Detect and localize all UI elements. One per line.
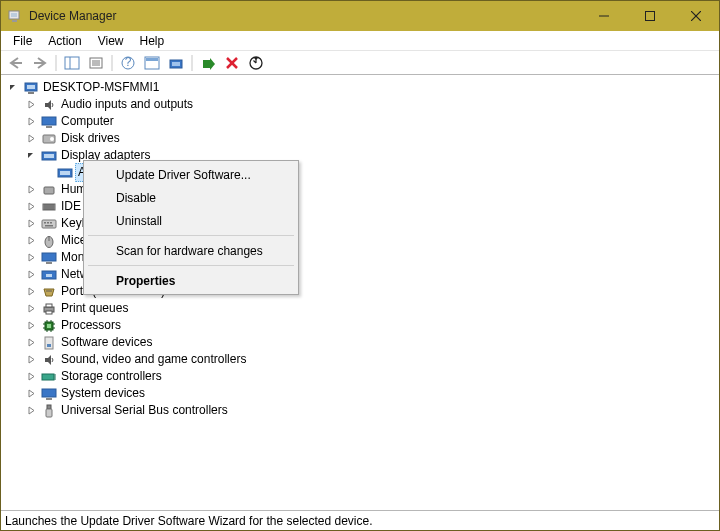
update-driver-button[interactable] xyxy=(165,52,187,74)
toolbar: ? xyxy=(1,51,719,75)
computer-icon xyxy=(21,81,41,95)
uninstall-button[interactable] xyxy=(221,52,243,74)
close-button[interactable] xyxy=(673,1,719,31)
tree-item-processors[interactable]: Processors xyxy=(3,317,717,334)
minimize-button[interactable] xyxy=(581,1,627,31)
ctx-label: Disable xyxy=(116,191,156,205)
tree-root[interactable]: DESKTOP-MSFMMI1 xyxy=(3,79,717,96)
collapse-icon[interactable] xyxy=(23,151,39,161)
tree-item-disk[interactable]: Disk drives xyxy=(3,130,717,147)
ide-icon xyxy=(39,202,59,212)
monitor-icon xyxy=(39,116,59,128)
separator xyxy=(88,235,294,236)
svg-point-34 xyxy=(50,137,54,141)
menu-action[interactable]: Action xyxy=(40,32,89,50)
collapse-icon[interactable] xyxy=(5,83,21,93)
back-button[interactable] xyxy=(5,52,27,74)
expand-icon[interactable] xyxy=(23,202,39,211)
tree-label: Software devices xyxy=(59,334,154,351)
enable-button[interactable] xyxy=(197,52,219,74)
status-bar: Launches the Update Driver Software Wiza… xyxy=(1,510,719,530)
storage-icon xyxy=(39,371,59,383)
expand-icon[interactable] xyxy=(23,389,39,398)
maximize-button[interactable] xyxy=(627,1,673,31)
tree-label: Sound, video and game controllers xyxy=(59,351,248,368)
expand-icon[interactable] xyxy=(23,321,39,330)
scan-hardware-button[interactable] xyxy=(245,52,267,74)
svg-rect-29 xyxy=(27,85,35,89)
ctx-uninstall[interactable]: Uninstall xyxy=(86,209,296,232)
expand-icon[interactable] xyxy=(23,355,39,364)
ctx-label: Scan for hardware changes xyxy=(116,244,263,258)
tree-label: Print queues xyxy=(59,300,130,317)
ctx-disable[interactable]: Disable xyxy=(86,186,296,209)
svg-rect-20 xyxy=(146,58,158,61)
menu-view[interactable]: View xyxy=(90,32,132,50)
tree-item-computer[interactable]: Computer xyxy=(3,113,717,130)
tree-item-sound[interactable]: Sound, video and game controllers xyxy=(3,351,717,368)
usb-icon xyxy=(39,404,59,418)
svg-rect-61 xyxy=(46,304,52,307)
show-hide-tree-button[interactable] xyxy=(61,52,83,74)
ctx-label: Uninstall xyxy=(116,214,162,228)
svg-rect-30 xyxy=(28,92,34,94)
svg-rect-49 xyxy=(50,222,52,224)
svg-rect-39 xyxy=(44,187,54,194)
tree-item-storage[interactable]: Storage controllers xyxy=(3,368,717,385)
ctx-update-driver[interactable]: Update Driver Software... xyxy=(86,163,296,186)
expand-icon[interactable] xyxy=(23,236,39,245)
system-icon xyxy=(39,388,59,400)
svg-rect-53 xyxy=(42,253,56,261)
svg-rect-62 xyxy=(46,311,52,314)
menu-file[interactable]: File xyxy=(5,32,40,50)
svg-rect-54 xyxy=(46,262,52,264)
tree-label: Computer xyxy=(59,113,116,130)
ctx-properties[interactable]: Properties xyxy=(86,269,296,292)
svg-rect-79 xyxy=(42,389,56,397)
view-button[interactable] xyxy=(141,52,163,74)
menu-help[interactable]: Help xyxy=(132,32,173,50)
properties-button[interactable] xyxy=(85,52,107,74)
expand-icon[interactable] xyxy=(23,406,39,415)
tree-item-usb[interactable]: Universal Serial Bus controllers xyxy=(3,402,717,419)
tree-item-audio[interactable]: Audio inputs and outputs xyxy=(3,96,717,113)
ctx-label: Update Driver Software... xyxy=(116,168,251,182)
tree-label: Disk drives xyxy=(59,130,122,147)
svg-rect-38 xyxy=(60,171,70,175)
forward-button[interactable] xyxy=(29,52,51,74)
help-button[interactable]: ? xyxy=(117,52,139,74)
expand-icon[interactable] xyxy=(23,134,39,143)
expand-icon[interactable] xyxy=(23,338,39,347)
hid-icon xyxy=(39,184,59,196)
svg-point-57 xyxy=(46,290,48,292)
expand-icon[interactable] xyxy=(23,372,39,381)
device-tree[interactable]: DESKTOP-MSFMMI1 Audio inputs and outputs… xyxy=(1,75,719,510)
port-icon xyxy=(39,286,59,298)
tree-label: Processors xyxy=(59,317,123,334)
expand-icon[interactable] xyxy=(23,117,39,126)
status-text: Launches the Update Driver Software Wiza… xyxy=(5,514,373,528)
tree-item-software[interactable]: Software devices xyxy=(3,334,717,351)
tree-label: Storage controllers xyxy=(59,368,164,385)
printer-icon xyxy=(39,303,59,315)
svg-rect-1 xyxy=(11,13,17,17)
ctx-scan[interactable]: Scan for hardware changes xyxy=(86,239,296,262)
tree-item-system[interactable]: System devices xyxy=(3,385,717,402)
svg-rect-24 xyxy=(203,60,210,68)
expand-icon[interactable] xyxy=(23,270,39,279)
tree-item-printqueues[interactable]: Print queues xyxy=(3,300,717,317)
svg-rect-46 xyxy=(42,220,56,228)
svg-rect-73 xyxy=(45,337,53,349)
svg-rect-22 xyxy=(172,62,180,66)
expand-icon[interactable] xyxy=(23,219,39,228)
expand-icon[interactable] xyxy=(23,253,39,262)
svg-rect-48 xyxy=(47,222,49,224)
speaker-icon xyxy=(39,353,59,367)
expand-icon[interactable] xyxy=(23,287,39,296)
expand-icon[interactable] xyxy=(23,304,39,313)
expand-icon[interactable] xyxy=(23,100,39,109)
svg-rect-10 xyxy=(65,57,79,69)
window-title: Device Manager xyxy=(29,9,581,23)
expand-icon[interactable] xyxy=(23,185,39,194)
tree-label: DESKTOP-MSFMMI1 xyxy=(41,79,161,96)
